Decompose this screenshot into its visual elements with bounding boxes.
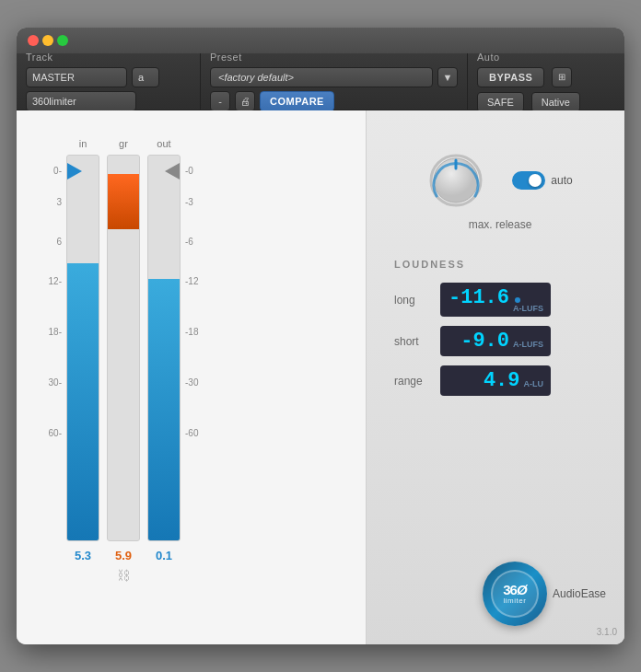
loudness-short-label: short: [394, 335, 431, 348]
out-meter-col: out 0.1: [147, 138, 181, 562]
maximize-button[interactable]: [57, 35, 68, 46]
version-text: 3.1.0: [597, 627, 617, 637]
out-meter-fill: [148, 279, 180, 540]
gr-meter-bar: [107, 155, 140, 541]
auto-toggle[interactable]: [512, 171, 545, 190]
knob-toggle-row: auto: [427, 152, 572, 209]
preset-row: <factory default> ▼: [210, 67, 458, 87]
in-meter-value: 5.3: [75, 549, 91, 562]
scale-left: 0- 3 6 12- 18- 30- 60-: [44, 138, 66, 474]
track-option-select[interactable]: a: [132, 67, 159, 87]
scale-30: 30-: [49, 377, 62, 428]
preset-section-label: Preset: [210, 52, 458, 63]
safe-native-row: SAFE Native: [477, 92, 615, 112]
loudness-title: LOUDNESS: [394, 259, 606, 270]
preset-minus-button[interactable]: -: [210, 91, 230, 111]
track-section-label: Track: [26, 52, 191, 63]
out-meter-bar: [147, 155, 181, 541]
scale-right-60: -60: [185, 428, 198, 474]
gr-meter-label: gr: [119, 138, 128, 149]
max-release-knob[interactable]: [427, 152, 484, 209]
preset-menu-icon[interactable]: ▼: [437, 67, 458, 87]
out-meter-value: 0.1: [156, 549, 172, 562]
scale-3: 3: [56, 197, 62, 237]
in-meter-fill: [67, 263, 99, 540]
scale-right-0: -0: [185, 166, 193, 197]
max-release-section: auto max. release: [394, 138, 606, 231]
bypass-button[interactable]: BYPASS: [477, 67, 544, 87]
settings-button[interactable]: ⊞: [552, 67, 572, 87]
meters-panel: 0- 3 6 12- 18- 30- 60- in: [17, 110, 367, 644]
brand-text-col: AudioEase: [553, 587, 606, 600]
loudness-long-value: -11.6: [449, 286, 509, 309]
auto-toggle-label: auto: [551, 174, 572, 187]
in-meter-label: in: [79, 138, 87, 149]
title-bar: [17, 28, 624, 53]
loudness-long-dot: [515, 297, 520, 303]
plugin-select[interactable]: 360limiter: [26, 91, 136, 111]
logo-text-group: 36Ø limiter: [503, 583, 526, 605]
scale-12: 12-: [49, 276, 62, 327]
gr-meter-fill: [108, 174, 139, 229]
logo-360-text: 36Ø: [503, 583, 526, 597]
preset-select[interactable]: <factory default>: [210, 67, 433, 87]
loudness-range-label: range: [394, 375, 431, 388]
scale-right-3: -3: [185, 197, 193, 237]
knob-svg: [427, 152, 484, 209]
preset-section: Preset <factory default> ▼ - 🖨 COMPARE: [201, 53, 468, 110]
safe-button[interactable]: SAFE: [477, 92, 524, 112]
gr-meter-col: gr 5.9 ⛓: [107, 138, 140, 583]
scale-right-18: -18: [185, 327, 198, 377]
track-name-select[interactable]: MASTER: [26, 67, 127, 87]
loudness-range-box: 4.9 A-LU: [440, 365, 551, 396]
loudness-section: LOUDNESS long -11.6 A-LUFS short: [394, 259, 606, 405]
loudness-long-row: long -11.6 A-LUFS: [394, 283, 606, 317]
compare-button[interactable]: COMPARE: [260, 91, 334, 111]
controls-panel: auto max. release LOUDNESS long -11.6 A-: [367, 110, 624, 644]
max-release-label: max. release: [469, 218, 532, 231]
preset-controls-row: - 🖨 COMPARE: [210, 91, 458, 111]
loudness-range-unit: A-LU: [524, 380, 544, 388]
scale-6: 6: [56, 237, 62, 276]
track-section: Track MASTER a 360limiter: [17, 53, 201, 110]
logo-container: 36Ø limiter AudioEase: [483, 562, 606, 626]
loudness-short-unit: A-LUFS: [513, 341, 543, 349]
scale-18: 18-: [49, 327, 62, 377]
gr-meter-value: 5.9: [115, 549, 132, 562]
link-icon[interactable]: ⛓: [117, 568, 130, 583]
native-button[interactable]: Native: [531, 92, 580, 112]
out-meter-pointer: [165, 163, 180, 180]
plugin-name-row: 360limiter: [26, 91, 191, 111]
auto-toggle-row: auto: [512, 171, 572, 190]
close-button[interactable]: [28, 35, 39, 46]
scale-60: 60-: [49, 428, 62, 474]
toolbar: Track MASTER a 360limiter Preset <factor: [17, 53, 624, 110]
loudness-long-unit-col: A-LUFS: [513, 294, 543, 313]
in-meter-bar: [66, 155, 99, 541]
loudness-short-value: -9.0: [460, 330, 509, 353]
plugin-window: Track MASTER a 360limiter Preset <factor: [17, 28, 624, 644]
auto-section-label: Auto: [477, 52, 615, 63]
scale-right-12: -12: [185, 276, 198, 327]
preset-plus-button[interactable]: 🖨: [235, 91, 255, 111]
bypass-row: BYPASS ⊞: [477, 67, 615, 87]
track-row: MASTER a: [26, 67, 191, 87]
in-meter-col: in 5.3: [66, 138, 99, 562]
scale-right-6: -6: [185, 237, 193, 276]
in-meter-pointer: [67, 163, 82, 180]
loudness-short-box: -9.0 A-LUFS: [440, 326, 551, 356]
loudness-range-row: range 4.9 A-LU: [394, 365, 606, 396]
loudness-short-row: short -9.0 A-LUFS: [394, 326, 606, 356]
logo-area: 36Ø limiter AudioEase: [483, 562, 606, 626]
loudness-long-label: long: [394, 294, 431, 307]
auto-controls: BYPASS ⊞ SAFE Native: [477, 67, 615, 112]
scale-right-30: -30: [185, 377, 198, 428]
scale-right: -0 -3 -6 -12 -18 -30 -60: [181, 138, 208, 474]
logo-limiter-text: limiter: [504, 597, 527, 605]
auto-section: Auto BYPASS ⊞ SAFE Native: [468, 53, 624, 110]
main-content: 0- 3 6 12- 18- 30- 60- in: [17, 110, 624, 644]
printer-icon: 🖨: [240, 96, 251, 107]
minimize-button[interactable]: [42, 35, 53, 46]
brand-name: AudioEase: [553, 587, 606, 600]
logo-circle: 36Ø limiter: [483, 562, 547, 626]
